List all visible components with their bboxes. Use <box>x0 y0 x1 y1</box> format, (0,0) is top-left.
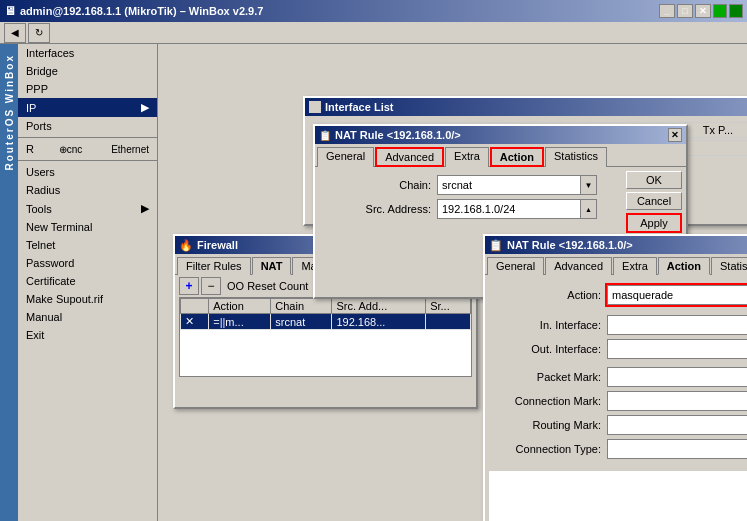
sidebar-item-new-terminal[interactable]: New Terminal <box>18 218 157 236</box>
add-rule-button[interactable]: + <box>179 277 199 295</box>
nat-rule-2-content: Action: masquerade ▼ In. Interface: ▼ <box>485 275 747 467</box>
tab-general-1[interactable]: General <box>317 147 374 167</box>
sidebar-item-exit[interactable]: Exit <box>18 326 157 344</box>
sidebar-item-telnet[interactable]: Telnet <box>18 236 157 254</box>
cancel-button-1[interactable]: Cancel <box>626 192 682 210</box>
sidebar-item-make-supout[interactable]: Make Supout.rif <box>18 290 157 308</box>
connection-type-label: Connection Type: <box>497 443 607 455</box>
fw-col-chain[interactable]: Chain <box>271 299 332 314</box>
sidebar-item-manual[interactable]: Manual <box>18 308 157 326</box>
in-interface-input[interactable]: ▼ <box>607 315 747 335</box>
in-interface-row: In. Interface: ▼ <box>497 315 747 335</box>
tools-arrow-icon: ▶ <box>141 202 149 215</box>
interface-list-title: Interface List <box>325 101 393 113</box>
ok-button-1[interactable]: OK <box>626 171 682 189</box>
connection-type-row: Connection Type: ▼ <box>497 439 747 459</box>
content-area: Interface List ✕ Rx Rate Tx P... R <box>158 44 747 521</box>
action-row: Action: masquerade ▼ <box>497 285 747 305</box>
tab-advanced-2[interactable]: Advanced <box>545 257 612 275</box>
apply-button-1[interactable]: Apply <box>626 213 682 233</box>
fw-row-flag: ✕ <box>181 314 209 330</box>
tab-nat[interactable]: NAT <box>252 257 292 275</box>
interface-list-title-bar[interactable]: Interface List ✕ <box>305 98 747 116</box>
nat-rule-window-2: 📋 NAT Rule <192.168.1.0/> ✕ General Adva… <box>483 234 747 521</box>
chain-select[interactable]: srcnat ▼ <box>437 175 597 195</box>
title-bar-controls[interactable]: _ □ ✕ <box>659 4 743 18</box>
action-label: Action: <box>497 289 607 301</box>
remove-rule-button[interactable]: − <box>201 277 221 295</box>
nat-rule-1-title: NAT Rule <192.168.1.0/> <box>335 129 461 141</box>
nat-rule-1-icon: 📋 <box>319 130 331 141</box>
src-address-arrow-up[interactable]: ▲ <box>580 200 596 218</box>
action-select[interactable]: masquerade ▼ <box>607 285 747 305</box>
sidebar-item-certificate[interactable]: Certificate <box>18 272 157 290</box>
close-button[interactable]: ✕ <box>695 4 711 18</box>
sidebar-item-radius[interactable]: Radius <box>18 181 157 199</box>
connection-type-value <box>608 448 747 450</box>
tab-general-2[interactable]: General <box>487 257 544 275</box>
nat-rule-2-title: NAT Rule <192.168.1.0/> <box>507 239 633 251</box>
tab-statistics-1[interactable]: Statistics <box>545 147 607 167</box>
sidebar-item-interfaces[interactable]: Interfaces <box>18 44 157 62</box>
sidebar-item-ports[interactable]: Ports <box>18 117 157 135</box>
sidebar-item-bridge[interactable]: Bridge <box>18 62 157 80</box>
fw-row-src: 192.168... <box>332 314 426 330</box>
sidebar-item-users[interactable]: Users <box>18 163 157 181</box>
connection-mark-input[interactable]: ▼ <box>607 391 747 411</box>
sidebar-item-ppp[interactable]: PPP <box>18 80 157 98</box>
fw-col-action[interactable]: Action <box>209 299 271 314</box>
sidebar-item-ip[interactable]: IP ▶ <box>18 98 157 117</box>
firewall-icon: 🔥 <box>179 239 193 252</box>
out-interface-input[interactable]: ▼ <box>607 339 747 359</box>
tab-action-1[interactable]: Action <box>490 147 544 167</box>
tab-advanced-1[interactable]: Advanced <box>375 147 444 167</box>
nat-rule-1-content: Chain: srcnat ▼ Src. Address: 192.168.1.… <box>315 167 622 237</box>
nat-rule-1-close[interactable]: ✕ <box>668 128 682 142</box>
firewall-title: Firewall <box>197 239 238 251</box>
nat-rule-1-title-bar[interactable]: 📋 NAT Rule <192.168.1.0/> ✕ <box>315 126 686 144</box>
routing-mark-input[interactable]: ▼ <box>607 415 747 435</box>
connection-mark-label: Connection Mark: <box>497 395 607 407</box>
chain-arrow[interactable]: ▼ <box>580 176 596 194</box>
nat-rule-2-tabs: General Advanced Extra Action Statistics <box>485 254 747 275</box>
src-address-input[interactable]: 192.168.1.0/24 ▲ <box>437 199 597 219</box>
fw-col-sr[interactable]: Sr... <box>426 299 471 314</box>
fw-row-action: =||m... <box>209 314 271 330</box>
packet-mark-input[interactable]: ▼ <box>607 367 747 387</box>
firewall-table-container: Action Chain Src. Add... Sr... ✕ =||m...… <box>179 297 472 377</box>
in-interface-label: In. Interface: <box>497 319 607 331</box>
nat-rule-2-body: Action: masquerade ▼ In. Interface: ▼ <box>485 275 747 467</box>
fw-row-chain: srcnat <box>271 314 332 330</box>
tab-statistics-2[interactable]: Statistics <box>711 257 747 275</box>
packet-mark-row: Packet Mark: ▼ <box>497 367 747 387</box>
status-indicator-2 <box>729 4 743 18</box>
connection-mark-value <box>608 400 747 402</box>
connection-type-input[interactable]: ▼ <box>607 439 747 459</box>
sidebar-item-tools[interactable]: Tools ▶ <box>18 199 157 218</box>
tab-extra-1[interactable]: Extra <box>445 147 489 167</box>
maximize-button[interactable]: □ <box>677 4 693 18</box>
tab-filter-rules[interactable]: Filter Rules <box>177 257 251 275</box>
back-button[interactable]: ◀ <box>4 23 26 43</box>
src-address-label: Src. Address: <box>327 203 437 215</box>
fw-row-sr <box>426 314 471 330</box>
sidebar-item-password[interactable]: Password <box>18 254 157 272</box>
tab-extra-2[interactable]: Extra <box>613 257 657 275</box>
firewall-table: Action Chain Src. Add... Sr... ✕ =||m...… <box>180 298 471 330</box>
main-layout: RouterOS WinBox Interfaces Bridge PPP IP… <box>0 44 747 521</box>
fw-col-src[interactable]: Src. Add... <box>332 299 426 314</box>
sidebar-item-r[interactable]: R ⊕cnc Ethernet <box>18 140 157 158</box>
reset-count-label: OO Reset Count <box>227 280 308 292</box>
routing-mark-value <box>608 424 747 426</box>
nat-rule-2-title-bar[interactable]: 📋 NAT Rule <192.168.1.0/> ✕ <box>485 236 747 254</box>
tab-action-2[interactable]: Action <box>658 257 710 275</box>
fw-col-flag <box>181 299 209 314</box>
sidebar: Interfaces Bridge PPP IP ▶ Ports R ⊕cnc … <box>18 44 158 521</box>
nat-rule-1-tabs: General Advanced Extra Action Statistics <box>315 144 686 167</box>
out-interface-label: Out. Interface: <box>497 343 607 355</box>
minimize-button[interactable]: _ <box>659 4 675 18</box>
forward-button[interactable]: ↻ <box>28 23 50 43</box>
left-strip: RouterOS WinBox <box>0 44 18 521</box>
firewall-table-row[interactable]: ✕ =||m... srcnat 192.168... <box>181 314 471 330</box>
chain-label: Chain: <box>327 179 437 191</box>
